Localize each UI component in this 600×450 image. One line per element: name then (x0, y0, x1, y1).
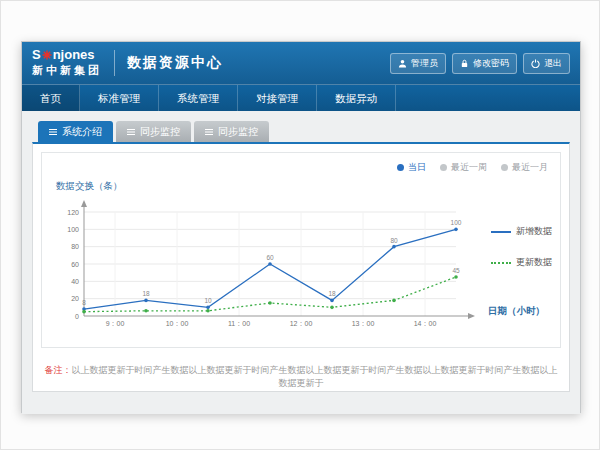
svg-text:60: 60 (71, 261, 79, 268)
logo-star-icon (42, 50, 52, 60)
svg-text:10：00: 10：00 (166, 320, 189, 327)
footnote: 备注：以上数据更新于时间产生数据以上数据更新于时间产生数据以上数据更新于时间产生… (41, 364, 561, 390)
main-panel: 当日 最近一周 最近一月 数据交换（条） 0204060801001209：00… (32, 142, 570, 392)
tab-system-intro[interactable]: 系统介绍 (38, 121, 113, 142)
app-window: S njones 新中新集团 数据资源中心 管理员 (21, 41, 581, 413)
svg-text:10: 10 (204, 297, 212, 304)
note-text: 以上数据更新于时间产生数据以上数据更新于时间产生数据以上数据更新于时间产生数据以… (72, 365, 558, 388)
dotted-line-sample-icon (491, 262, 511, 264)
logout-button-label: 退出 (544, 57, 562, 70)
tab-label: 同步监控 (218, 125, 258, 139)
svg-text:80: 80 (390, 237, 398, 244)
list-icon (127, 128, 135, 136)
logout-button[interactable]: 退出 (523, 53, 570, 74)
legend-new-data[interactable]: 新增数据 (491, 225, 552, 238)
line-chart: 0204060801001209：0010：0011：0012：0013：001… (50, 198, 480, 338)
svg-text:120: 120 (67, 209, 79, 216)
tab-sync-monitor-1[interactable]: 同步监控 (116, 121, 191, 142)
change-password-button[interactable]: 修改密码 (452, 53, 517, 74)
svg-text:0: 0 (75, 313, 79, 320)
list-icon (205, 128, 213, 136)
main-nav: 首页 标准管理 系统管理 对接管理 数据异动 (22, 84, 580, 111)
svg-text:12：00: 12：00 (290, 320, 313, 327)
nav-item-data-change[interactable]: 数据异动 (317, 85, 396, 111)
user-icon (398, 59, 407, 68)
tab-label: 系统介绍 (62, 125, 102, 139)
chart-legend: 新增数据 更新数据 (491, 225, 552, 269)
lock-icon (460, 59, 469, 68)
tab-bar: 系统介绍 同步监控 同步监控 (32, 121, 570, 142)
page-background: S njones 新中新集团 数据资源中心 管理员 (0, 0, 600, 450)
svg-text:18: 18 (142, 290, 150, 297)
filter-dot-icon (501, 164, 508, 171)
svg-text:60: 60 (266, 254, 274, 261)
chart-container: 当日 最近一周 最近一月 数据交换（条） 0204060801001209：00… (41, 152, 561, 348)
legend-updated-data[interactable]: 更新数据 (491, 256, 552, 269)
tab-label: 同步监控 (140, 125, 180, 139)
content-area: 系统介绍 同步监控 同步监控 当日 (22, 111, 580, 414)
nav-item-standard-mgmt[interactable]: 标准管理 (80, 85, 159, 111)
svg-text:13：00: 13：00 (352, 320, 375, 327)
svg-text:9：00: 9：00 (106, 320, 125, 327)
filter-dot-icon (397, 164, 404, 171)
logo-text-rest: njones (53, 48, 95, 61)
top-header: S njones 新中新集团 数据资源中心 管理员 (22, 42, 580, 84)
brand-divider (114, 50, 115, 76)
power-icon (531, 59, 540, 68)
nav-item-home[interactable]: 首页 (22, 85, 80, 111)
tab-sync-monitor-2[interactable]: 同步监控 (194, 121, 269, 142)
svg-text:45: 45 (452, 267, 460, 274)
page-title: 数据资源中心 (127, 54, 223, 72)
legend-label: 更新数据 (516, 256, 552, 269)
filter-label: 最近一周 (451, 161, 487, 174)
svg-text:11：00: 11：00 (228, 320, 250, 327)
filter-label: 当日 (408, 161, 426, 174)
legend-label: 新增数据 (516, 225, 552, 238)
chart-x-axis-title: 日期（小时） (488, 305, 545, 318)
logo-text-first: S (32, 48, 41, 61)
filter-today[interactable]: 当日 (397, 161, 426, 174)
svg-text:100: 100 (451, 219, 462, 226)
logo: S njones 新中新集团 (32, 48, 102, 78)
solid-line-sample-icon (491, 231, 511, 233)
range-filter-group: 当日 最近一周 最近一月 (397, 161, 548, 174)
svg-text:100: 100 (67, 226, 79, 233)
note-label: 备注： (45, 365, 72, 375)
filter-last-month[interactable]: 最近一月 (501, 161, 548, 174)
svg-text:20: 20 (71, 295, 79, 302)
admin-button-label: 管理员 (411, 57, 438, 70)
nav-item-connect-mgmt[interactable]: 对接管理 (238, 85, 317, 111)
user-actions: 管理员 修改密码 退出 (390, 53, 570, 74)
logo-subtitle: 新中新集团 (32, 63, 102, 78)
svg-text:8: 8 (82, 299, 86, 306)
filter-last-week[interactable]: 最近一周 (440, 161, 487, 174)
list-icon (49, 128, 57, 136)
logo-wordmark: S njones (32, 48, 102, 61)
change-password-button-label: 修改密码 (473, 57, 509, 70)
svg-text:14：00: 14：00 (414, 320, 437, 327)
filter-label: 最近一月 (512, 161, 548, 174)
nav-item-system-mgmt[interactable]: 系统管理 (159, 85, 238, 111)
svg-text:40: 40 (71, 278, 79, 285)
svg-text:80: 80 (71, 243, 79, 250)
svg-text:18: 18 (328, 290, 336, 297)
chart-y-axis-title: 数据交换（条） (56, 180, 123, 193)
filter-dot-icon (440, 164, 447, 171)
brand: S njones 新中新集团 数据资源中心 (32, 48, 223, 78)
admin-button[interactable]: 管理员 (390, 53, 446, 74)
